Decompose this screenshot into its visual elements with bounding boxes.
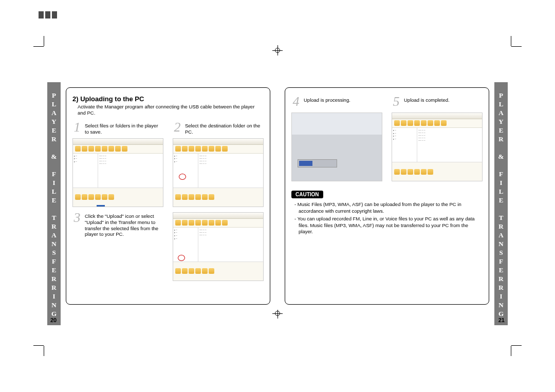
step-5: 5 Upload is completed. ▸ ─▸ ─▸ ─▸ ─ ── ─… [392, 96, 483, 181]
page-left: PLAYER & FILE TRANSFERRING 2) Uploading … [47, 82, 278, 310]
page-number-right: 21 [498, 317, 505, 323]
side-tab-text: PLAYER & FILE TRANSFERRING [51, 91, 58, 319]
screenshot-step4 [291, 113, 382, 181]
step-number: 1 [72, 122, 82, 133]
step-number: 5 [392, 96, 401, 107]
side-tab-right: PLAYER & FILE TRANSFERRING [494, 82, 508, 325]
step-text: Click the "Upload" icon or select "Uploa… [85, 212, 163, 238]
step-text: Upload is completed. [404, 96, 450, 103]
screenshot-step5: ▸ ─▸ ─▸ ─▸ ─ ── ─ ─── ─ ─── ─ ─── ─ ─── … [392, 113, 483, 181]
page-content-left: 2) Uploading to the PC Activate the Mana… [66, 87, 270, 305]
registration-mark-icon [272, 308, 283, 319]
section-subtitle: Activate the Manager program after conne… [72, 104, 264, 117]
step-text: Select files or folders in the player to… [85, 122, 163, 135]
side-tab-text: PLAYER & FILE TRANSFERRING [498, 91, 505, 319]
section-title: 2) Uploading to the PC [72, 95, 264, 103]
crop-mark-icon [28, 341, 44, 356]
side-tab-left: PLAYER & FILE TRANSFERRING [47, 82, 61, 325]
crop-mark-icon [28, 36, 44, 51]
page-spread: PLAYER & FILE TRANSFERRING 2) Uploading … [47, 82, 508, 310]
crop-mark-icon [511, 36, 527, 51]
screenshot-step2: ▸ ─▸ ─▸ ─ ── ─ ─── ─ ─── ─ ─── ─ ─ [173, 138, 264, 207]
crop-mark-icon [511, 341, 527, 356]
caution-list: - Music Files (MP3, WMA, ASF) can be upl… [291, 201, 483, 235]
step-3: 3 Click the "Upload" icon or select "Upl… [72, 212, 163, 281]
registration-mark-icon [272, 45, 283, 55]
step-2: 2 Select the destination folder on the P… [173, 122, 264, 207]
screenshot-step1: ▸ ─▸ ─▸ ─ ── ─ ─── ─ ─── ─ ─── ─ ─ [72, 138, 163, 207]
caution-item: - You can upload recorded FM, Line in, o… [294, 216, 483, 235]
caution-item: - Music Files (MP3, WMA, ASF) can be upl… [294, 201, 483, 215]
step-1: 1 Select files or folders in the player … [72, 122, 163, 207]
page-content-right: 4 Upload is processing. 5 Upload is comp… [285, 87, 489, 305]
caution-label: CAUTION [291, 191, 323, 198]
step-4: 4 Upload is processing. [291, 96, 382, 181]
page-number-left: 20 [50, 317, 57, 323]
screenshot-step3: ▸ ─▸ ─▸ ─▸ ─ ── ─ ─── ─ ─── ─ ─ [173, 212, 264, 281]
step-number: 2 [173, 122, 182, 133]
step-number: 3 [72, 212, 82, 223]
step-text: Upload is processing. [304, 96, 350, 103]
step-number: 4 [291, 96, 301, 107]
page-right: PLAYER & FILE TRANSFERRING 4 Upload is p… [278, 82, 508, 310]
step-3-shot: ▸ ─▸ ─▸ ─▸ ─ ── ─ ─── ─ ─── ─ ─ [173, 212, 264, 281]
decorative-squares [39, 11, 57, 18]
step-text: Select the destination folder on the PC. [185, 122, 264, 135]
